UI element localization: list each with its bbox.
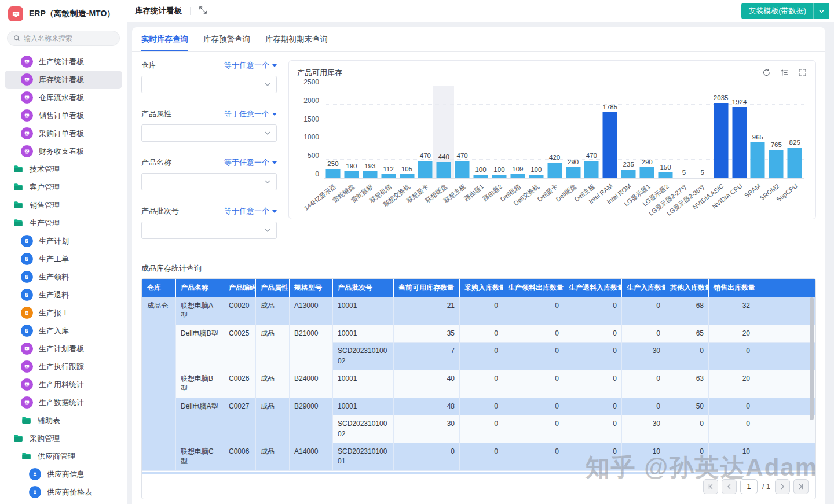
- table-scrollbar[interactable]: [810, 297, 814, 420]
- chart-slot: 825SupCPU: [785, 86, 804, 178]
- table-row[interactable]: 联想电脑B型C0026成品B24000100014000006320: [142, 370, 815, 398]
- bar[interactable]: [381, 174, 396, 178]
- pagination-last-button[interactable]: [793, 479, 809, 494]
- bar[interactable]: [529, 175, 543, 178]
- sidebar-item[interactable]: 生产统计看板: [5, 53, 122, 71]
- install-template-label[interactable]: 安装模板(带数据): [741, 3, 813, 19]
- x-axis-label: Dell显卡: [536, 182, 560, 204]
- bar[interactable]: [492, 175, 506, 178]
- pagination-prev-button[interactable]: [722, 479, 737, 494]
- sidebar-item[interactable]: 生产计划看板: [5, 340, 122, 358]
- sidebar-item[interactable]: 供应商管理: [5, 447, 122, 465]
- bar[interactable]: [344, 171, 359, 178]
- chart-config-icon[interactable]: [780, 68, 789, 78]
- chart-slot: 105联想交换机: [398, 86, 416, 178]
- bar-value-label: 193: [364, 163, 375, 170]
- search-input[interactable]: [24, 34, 114, 42]
- bar[interactable]: [325, 169, 340, 178]
- pagination-current-page[interactable]: 1: [740, 479, 758, 494]
- caret-down-icon: [272, 161, 277, 164]
- cell: 成品: [256, 370, 290, 398]
- sidebar-item[interactable]: 辅助表: [5, 411, 122, 429]
- bar[interactable]: [418, 161, 433, 178]
- sidebar-item[interactable]: 供应商信息: [5, 465, 122, 483]
- pagination-first-button[interactable]: [703, 479, 718, 494]
- filter-select[interactable]: [141, 222, 277, 239]
- filter-select[interactable]: [141, 173, 277, 190]
- bar[interactable]: [400, 174, 414, 178]
- bar[interactable]: [732, 107, 747, 178]
- topbar-tab[interactable]: 库存统计看板: [135, 6, 209, 16]
- sidebar-search[interactable]: [7, 31, 120, 46]
- cell: Dell电脑B型: [176, 325, 224, 370]
- bar[interactable]: [510, 174, 525, 178]
- sidebar-item[interactable]: 采购订单看板: [5, 124, 122, 142]
- query-tab[interactable]: 库存预警查询: [203, 34, 250, 51]
- bar[interactable]: [658, 172, 672, 178]
- bar[interactable]: [676, 178, 691, 178]
- bar[interactable]: [695, 178, 709, 178]
- sidebar-item[interactable]: 供应商价格表: [5, 483, 122, 501]
- filter-select[interactable]: [141, 76, 277, 93]
- sidebar-item[interactable]: 财务收支看板: [5, 142, 122, 160]
- sidebar-item[interactable]: 生产执行跟踪: [5, 358, 122, 376]
- query-tab[interactable]: 库存期初期末查询: [265, 34, 328, 51]
- filter-select[interactable]: [141, 124, 277, 142]
- bar[interactable]: [640, 167, 654, 178]
- sidebar-item[interactable]: 客户管理: [5, 178, 122, 196]
- sidebar-item[interactable]: 生产入库: [5, 322, 122, 340]
- sidebar-item[interactable]: 生产工单: [5, 250, 122, 268]
- bar[interactable]: [788, 148, 802, 178]
- table-row[interactable]: 联想电脑C型C0006成品A14000SCD202310100010000100…: [142, 443, 815, 470]
- table-row[interactable]: Dell电脑A型C0027成品B2900010001480000500: [142, 398, 815, 415]
- install-template-button[interactable]: 安装模板(带数据): [741, 3, 829, 19]
- chevron-down-icon[interactable]: [813, 3, 829, 19]
- sidebar-item[interactable]: 生产领料: [5, 268, 122, 286]
- folder-icon: [13, 218, 24, 229]
- chart-fullscreen-icon[interactable]: [798, 68, 807, 78]
- sidebar-item[interactable]: 生产数据统计: [5, 393, 122, 411]
- sidebar-item[interactable]: 生产用料统计: [5, 376, 122, 393]
- sidebar-item[interactable]: 生产退料: [5, 286, 122, 304]
- sidebar-item[interactable]: 销售订单看板: [5, 106, 122, 124]
- bar[interactable]: [437, 162, 451, 178]
- bar[interactable]: [603, 112, 617, 178]
- sidebar-item[interactable]: 库存统计看板: [5, 71, 122, 89]
- sidebar-item-label: 生产统计看板: [39, 57, 84, 67]
- sidebar-item[interactable]: A生产报工: [5, 304, 122, 322]
- sidebar-item[interactable]: 技术管理: [5, 160, 122, 178]
- refresh-icon[interactable]: [762, 68, 771, 78]
- table-row[interactable]: 成品仓联想电脑A型C0020成品A13000100012100006832: [142, 297, 815, 325]
- sidebar-item[interactable]: 生产管理: [5, 214, 122, 232]
- fullscreen-icon[interactable]: [199, 6, 209, 16]
- sidebar-item[interactable]: 采购管理: [5, 429, 122, 447]
- cell: 0: [622, 297, 665, 325]
- filter-operator[interactable]: 等于任意一个: [224, 206, 277, 216]
- bar[interactable]: [547, 163, 562, 178]
- bar[interactable]: [363, 171, 377, 178]
- bar[interactable]: [769, 150, 784, 178]
- table-row[interactable]: Dell电脑B型C0025成品B21000100013500006520: [142, 325, 815, 342]
- sidebar-item-label: 销售订单看板: [39, 111, 84, 121]
- query-tab[interactable]: 实时库存查询: [141, 34, 188, 51]
- filter-operator[interactable]: 等于任意一个: [224, 109, 277, 119]
- chevron-down-icon: [264, 227, 271, 234]
- cell: [755, 370, 815, 398]
- bar[interactable]: [566, 167, 580, 178]
- bar[interactable]: [584, 161, 599, 178]
- cell: Dell电脑A型: [176, 398, 224, 443]
- sidebar-item[interactable]: 销售管理: [5, 196, 122, 214]
- bar[interactable]: [751, 142, 765, 178]
- bar[interactable]: [474, 175, 488, 178]
- pagination-next-button[interactable]: [775, 479, 790, 494]
- bar[interactable]: [621, 170, 636, 178]
- filter-operator[interactable]: 等于任意一个: [224, 157, 277, 168]
- sidebar-item[interactable]: 仓库流水看板: [5, 89, 122, 106]
- filter-operator[interactable]: 等于任意一个: [224, 60, 277, 71]
- bar[interactable]: [455, 161, 470, 178]
- bar[interactable]: [714, 103, 728, 178]
- cell: [755, 415, 815, 443]
- sidebar-item[interactable]: 生产计划: [5, 232, 122, 250]
- caret-down-icon: [272, 64, 277, 67]
- cell: 0: [503, 398, 564, 415]
